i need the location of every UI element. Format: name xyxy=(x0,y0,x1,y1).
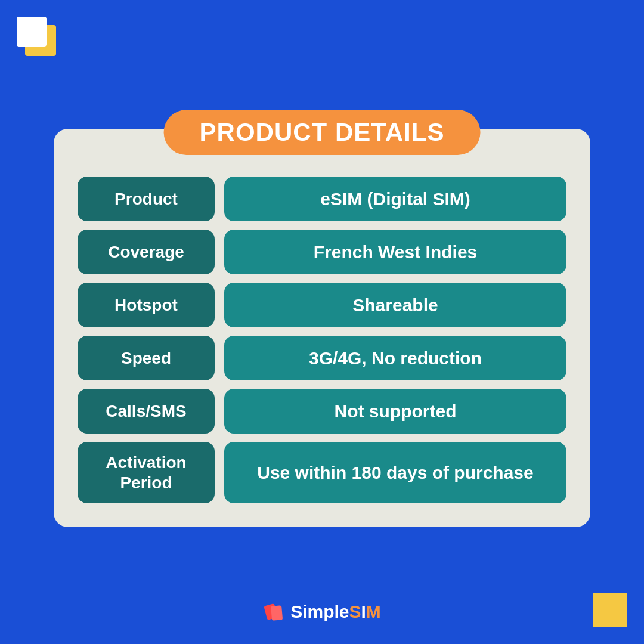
value-speed: 3G/4G, No reduction xyxy=(224,336,566,380)
value-calls-sms: Not supported xyxy=(224,389,566,434)
footer-logo: SimpleSIM xyxy=(263,601,381,623)
corner-decoration-bottom-right xyxy=(584,584,627,627)
page-title: PRODUCT DETAILS xyxy=(200,118,445,146)
value-hotspot: Shareable xyxy=(224,283,566,327)
table-row: Calls/SMS Not supported xyxy=(78,389,566,434)
value-coverage: French West Indies xyxy=(224,230,566,274)
label-product: Product xyxy=(78,177,215,221)
table-row: Coverage French West Indies xyxy=(78,230,566,274)
table-row: Speed 3G/4G, No reduction xyxy=(78,336,566,380)
corner-square-white xyxy=(17,17,47,47)
label-hotspot: Hotspot xyxy=(78,283,215,327)
value-activation-period: Use within 180 days of purchase xyxy=(224,442,566,503)
label-activation-period: Activation Period xyxy=(78,442,215,503)
label-coverage: Coverage xyxy=(78,230,215,274)
corner-square-yellow-br xyxy=(593,593,627,627)
label-speed: Speed xyxy=(78,336,215,380)
title-badge: PRODUCT DETAILS xyxy=(164,110,481,155)
corner-decoration-top-left xyxy=(17,17,60,60)
table-row: Hotspot Shareable xyxy=(78,283,566,327)
brand-name: SimpleSIM xyxy=(290,602,381,622)
simplesim-logo-icon xyxy=(263,601,284,623)
table-row: Activation Period Use within 180 days of… xyxy=(78,442,566,503)
product-details-card: PRODUCT DETAILS Product eSIM (Digital SI… xyxy=(54,129,590,527)
details-table: Product eSIM (Digital SIM) Coverage Fren… xyxy=(78,177,566,503)
value-product: eSIM (Digital SIM) xyxy=(224,177,566,221)
table-row: Product eSIM (Digital SIM) xyxy=(78,177,566,221)
label-calls-sms: Calls/SMS xyxy=(78,389,215,434)
svg-rect-1 xyxy=(271,605,283,620)
